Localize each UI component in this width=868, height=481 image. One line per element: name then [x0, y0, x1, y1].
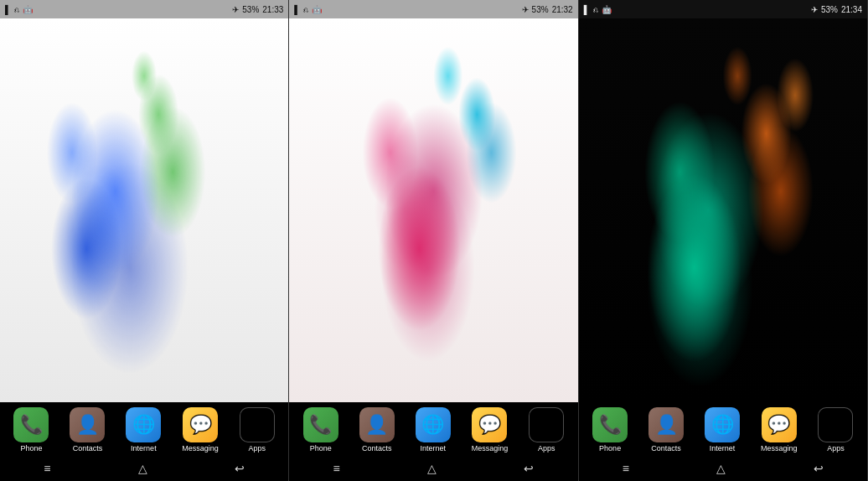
- dock-internet-3[interactable]: 🌐 Internet: [705, 407, 740, 453]
- messaging-label-2: Messaging: [472, 444, 509, 453]
- usb-icon-1: ⎌: [14, 5, 19, 14]
- dock-phone-3[interactable]: 📞 Phone: [592, 407, 628, 453]
- apps-label-3: Apps: [827, 444, 845, 453]
- nav-menu-3[interactable]: ≡: [623, 462, 629, 475]
- phone-icon-2: 📞: [303, 407, 338, 442]
- internet-icon-1: 🌐: [126, 407, 161, 442]
- status-right-3: ✈ 53% 21:34: [811, 5, 862, 14]
- dock-1: 📞 Phone 👤 Contacts 🌐 Internet 💬 Messagin…: [0, 402, 288, 456]
- battery-text-2: 53%: [532, 5, 549, 14]
- android-icon-3: 🤖: [602, 5, 612, 14]
- phone-label-2: Phone: [310, 444, 332, 453]
- nav-home-2[interactable]: △: [427, 462, 437, 475]
- dock-contacts-1[interactable]: 👤 Contacts: [70, 407, 105, 453]
- apps-icon-3: ⠿: [818, 407, 853, 442]
- dock-apps-2[interactable]: ⠿ Apps: [529, 407, 564, 453]
- contacts-icon-3: 👤: [648, 407, 684, 442]
- internet-label-1: Internet: [131, 444, 157, 453]
- internet-label-3: Internet: [710, 444, 736, 453]
- sim-icon-3: ▌: [584, 5, 590, 14]
- apps-icon-1: ⠿: [240, 407, 275, 442]
- phone-label-3: Phone: [599, 444, 621, 453]
- status-left-icons-1: ▌ ⎌ 🤖: [5, 5, 33, 14]
- nav-bar-1: ≡ △ ↩: [0, 456, 288, 481]
- usb-icon-2: ⎌: [303, 5, 308, 14]
- apps-label-2: Apps: [538, 444, 555, 453]
- phone-icon-1: 📞: [13, 407, 49, 442]
- nav-menu-2[interactable]: ≡: [333, 462, 340, 475]
- apps-icon-2: ⠿: [529, 407, 564, 442]
- nav-menu-1[interactable]: ≡: [44, 462, 50, 475]
- internet-icon-3: 🌐: [705, 407, 740, 442]
- time-1: 21:33: [262, 5, 283, 14]
- dock-contacts-3[interactable]: 👤 Contacts: [648, 407, 684, 453]
- dock-apps-1[interactable]: ⠿ Apps: [240, 407, 275, 453]
- status-bar-1: ▌ ⎌ 🤖 ✈ 53% 21:33: [0, 0, 288, 18]
- messaging-label-1: Messaging: [182, 444, 219, 453]
- messaging-icon-1: 💬: [183, 407, 218, 442]
- dock-apps-3[interactable]: ⠿ Apps: [818, 407, 853, 453]
- phone-icon-3: 📞: [592, 407, 628, 442]
- airplane-icon-3: ✈: [811, 5, 818, 14]
- wallpaper-3: [579, 18, 867, 402]
- phone-screen-2: ▌ ⎌ 🤖 ✈ 53% 21:32 📞 Phone 👤 Contacts 🌐 I…: [289, 0, 578, 481]
- nav-home-3[interactable]: △: [716, 462, 726, 475]
- contacts-label-2: Contacts: [362, 444, 392, 453]
- dock-internet-1[interactable]: 🌐 Internet: [126, 407, 161, 453]
- dock-3: 📞 Phone 👤 Contacts 🌐 Internet 💬 Messagin…: [579, 402, 867, 456]
- nav-home-1[interactable]: △: [138, 462, 147, 475]
- phone-label-1: Phone: [20, 444, 42, 453]
- airplane-icon-1: ✈: [232, 5, 239, 14]
- airplane-icon-2: ✈: [522, 5, 529, 14]
- messaging-icon-2: 💬: [472, 407, 507, 442]
- nav-bar-2: ≡ △ ↩: [289, 456, 577, 481]
- sim-icon-2: ▌: [294, 5, 300, 14]
- battery-text-1: 53%: [242, 5, 259, 14]
- nav-back-2[interactable]: ↩: [524, 462, 534, 475]
- messaging-icon-3: 💬: [762, 407, 797, 442]
- phone-screen-3: ▌ ⎌ 🤖 ✈ 53% 21:34 📞 Phone 👤 Contacts 🌐 I…: [579, 0, 868, 481]
- contacts-icon-1: 👤: [70, 407, 105, 442]
- android-icon-1: 🤖: [23, 5, 33, 14]
- nav-bar-3: ≡ △ ↩: [579, 456, 867, 481]
- status-right-1: ✈ 53% 21:33: [232, 5, 283, 14]
- usb-icon-3: ⎌: [593, 5, 598, 14]
- dock-internet-2[interactable]: 🌐 Internet: [416, 407, 451, 453]
- wallpaper-2: [289, 18, 577, 402]
- status-left-icons-3: ▌ ⎌ 🤖: [584, 5, 612, 14]
- dock-contacts-2[interactable]: 👤 Contacts: [359, 407, 395, 453]
- dock-phone-1[interactable]: 📞 Phone: [13, 407, 49, 453]
- dock-2: 📞 Phone 👤 Contacts 🌐 Internet 💬 Messagin…: [289, 402, 577, 456]
- smoke-art-2: [289, 18, 577, 402]
- time-2: 21:32: [552, 5, 573, 14]
- contacts-label-3: Contacts: [651, 444, 681, 453]
- nav-back-1[interactable]: ↩: [235, 462, 245, 475]
- apps-label-1: Apps: [249, 444, 266, 453]
- internet-icon-2: 🌐: [416, 407, 451, 442]
- internet-label-2: Internet: [420, 444, 446, 453]
- sim-icon-1: ▌: [5, 5, 11, 14]
- phone-screen-1: ▌ ⎌ 🤖 ✈ 53% 21:33 📞 Phone 👤 Contacts 🌐 I…: [0, 0, 289, 481]
- wallpaper-1: [0, 18, 288, 402]
- time-3: 21:34: [841, 5, 862, 14]
- dock-phone-2[interactable]: 📞 Phone: [303, 407, 338, 453]
- dock-messaging-2[interactable]: 💬 Messaging: [472, 407, 509, 453]
- nav-back-3[interactable]: ↩: [814, 462, 824, 475]
- status-bar-3: ▌ ⎌ 🤖 ✈ 53% 21:34: [579, 0, 867, 18]
- battery-text-3: 53%: [821, 5, 838, 14]
- dock-messaging-1[interactable]: 💬 Messaging: [182, 407, 219, 453]
- smoke-art-3: [579, 18, 867, 402]
- status-left-icons-2: ▌ ⎌ 🤖: [294, 5, 322, 14]
- contacts-icon-2: 👤: [359, 407, 395, 442]
- smoke-art-1: [0, 18, 288, 402]
- contacts-label-1: Contacts: [73, 444, 103, 453]
- status-bar-2: ▌ ⎌ 🤖 ✈ 53% 21:32: [289, 0, 577, 18]
- dock-messaging-3[interactable]: 💬 Messaging: [761, 407, 798, 453]
- android-icon-2: 🤖: [312, 5, 322, 14]
- messaging-label-3: Messaging: [761, 444, 798, 453]
- status-right-2: ✈ 53% 21:32: [522, 5, 573, 14]
